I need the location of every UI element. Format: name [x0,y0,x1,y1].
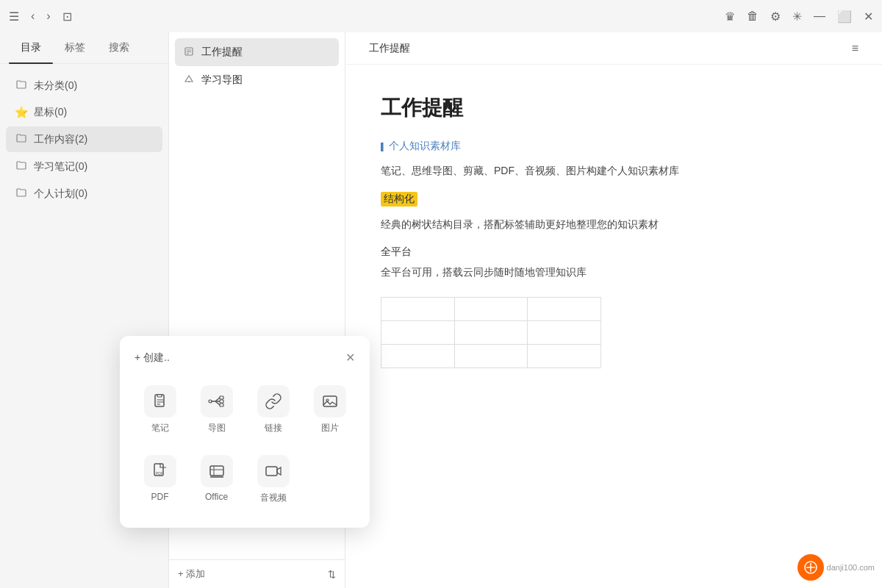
note-icon-map [184,74,196,87]
menu-icon[interactable]: ☰ [9,10,19,24]
table-cell [454,297,528,320]
sidebar-item-uncategorized[interactable]: 未分类(0) [6,73,162,98]
doc-link[interactable]: 个人知识素材库 [381,140,847,153]
close-icon[interactable]: ✕ [864,10,873,24]
folder-icon [15,79,28,93]
sort-button[interactable]: ⇅ [328,569,336,580]
delete-icon[interactable]: 🗑 [747,10,759,23]
content-menu-icon[interactable]: ≡ [852,42,858,55]
watermark: danji100.com [797,554,875,581]
sidebar-label-work: 工作内容(2) [34,133,87,146]
table-cell [381,320,455,344]
popup-pdf-label: PDF [151,492,169,502]
popup-grid-row1: 笔记 导图 链接 图片 [135,376,355,443]
layout-icon[interactable]: ⊡ [62,10,72,24]
content-body: 工作提醒 个人知识素材库 笔记、思维导图、剪藏、PDF、音视频、图片构建个人知识… [345,65,882,588]
popup-header: + 创建.. ✕ [135,351,355,365]
popup-link-icon [257,385,290,417]
popup-note-label: 笔记 [151,422,169,434]
svg-rect-11 [220,396,223,399]
sidebar-item-work[interactable]: 工作内容(2) [6,126,162,152]
popup-image-icon [314,385,346,417]
popup-mindmap-icon [201,385,233,417]
content-header: 工作提醒 ≡ [345,32,882,65]
popup-mindmap-label: 导图 [208,422,226,434]
doc-para2: 经典的树状结构目录，搭配标签辅助更好地整理您的知识素材 [381,215,847,234]
popup-image-label: 图片 [321,422,339,434]
table-cell [528,297,601,320]
titlebar: ☰ ‹ › ⊡ ♛ 🗑 ⚙ ✳ — ⬜ ✕ [0,0,882,32]
note-item-study-map[interactable]: 学习导图 [175,66,339,94]
popup-office-icon [201,455,233,487]
middle-footer: + 添加 ⇅ [169,559,345,588]
popup-item-media[interactable]: 音视频 [248,446,298,513]
sidebar-item-starred[interactable]: ⭐ 星标(0) [6,100,162,125]
note-icon-reminder [184,46,196,59]
titlebar-left: ☰ ‹ › ⊡ [9,10,72,24]
folder-study-icon [15,159,28,173]
svg-rect-12 [220,400,223,403]
popup-item-link[interactable]: 链接 [248,376,298,443]
doc-para1: 笔记、思维导图、剪藏、PDF、音视频、图片构建个人知识素材库 [381,162,847,180]
star-icon: ⭐ [15,106,28,119]
svg-point-4 [188,81,190,82]
sidebar-label-personal: 个人计划(0) [34,187,87,201]
tabs-bar: 目录 标签 搜索 [0,32,168,64]
table-cell [528,344,601,368]
popup-media-icon [257,455,290,487]
folder-work-icon [15,132,28,146]
back-icon[interactable]: ‹ [31,10,35,23]
popup-item-note[interactable]: 笔记 [135,376,185,443]
tab-tags[interactable]: 标签 [53,32,97,63]
watermark-text: danji100.com [827,563,875,572]
svg-text:PDF: PDF [156,471,163,476]
doc-section-title: 全平台 [381,245,847,259]
maximize-icon[interactable]: ⬜ [837,10,852,24]
popup-media-label: 音视频 [260,492,287,504]
note-label-reminder: 工作提醒 [201,46,243,59]
sidebar-nav: 未分类(0) ⭐ 星标(0) 工作内容(2) 学习笔记(0) [0,64,168,215]
forward-icon[interactable]: › [46,10,50,23]
popup-item-pdf[interactable]: PDF PDF [135,446,185,513]
table-cell [381,297,455,320]
svg-rect-18 [210,466,223,476]
table-cell [454,320,528,344]
add-note-button[interactable]: + 添加 [178,567,205,581]
create-popup: + 创建.. ✕ 笔记 导图 链接 图 [120,336,370,528]
svg-point-15 [326,399,329,401]
table-cell [381,344,455,368]
titlebar-right: ♛ 🗑 ⚙ ✳ — ⬜ ✕ [725,10,873,24]
content-header-title: 工作提醒 [369,42,410,55]
doc-highlight: 结构化 [381,192,417,207]
popup-create-button[interactable]: + 创建.. [135,351,170,365]
minimize-icon[interactable]: — [814,10,825,23]
popup-link-label: 链接 [265,422,282,434]
doc-title: 工作提醒 [381,94,847,122]
tab-contents[interactable]: 目录 [9,32,53,63]
table-cell [454,344,528,368]
popup-close-button[interactable]: ✕ [345,351,355,365]
popup-item-mindmap[interactable]: 导图 [191,376,242,443]
sidebar-item-study[interactable]: 学习笔记(0) [6,154,162,179]
sidebar-label-study: 学习笔记(0) [34,160,87,173]
popup-grid-row2: PDF PDF Office 音视频 [135,446,355,513]
svg-rect-6 [157,395,162,397]
sidebar-label-starred: 星标(0) [34,106,67,119]
popup-pdf-icon: PDF [144,455,176,487]
crown-icon[interactable]: ♛ [725,10,735,24]
pin-icon[interactable]: ✳ [792,10,802,24]
svg-rect-22 [266,467,277,476]
popup-empty-slot [304,446,355,513]
sidebar-label-uncategorized: 未分类(0) [34,79,77,93]
popup-item-image[interactable]: 图片 [304,376,355,443]
doc-table [381,297,601,368]
popup-item-office[interactable]: Office [191,446,242,513]
popup-note-icon [144,385,176,417]
watermark-logo [797,554,824,581]
note-item-work-reminder[interactable]: 工作提醒 [175,38,339,66]
table-cell [528,320,601,344]
note-label-study: 学习导图 [201,74,243,87]
tab-search[interactable]: 搜索 [97,32,141,63]
settings-icon[interactable]: ⚙ [770,10,781,24]
sidebar-item-personal[interactable]: 个人计划(0) [6,181,162,207]
